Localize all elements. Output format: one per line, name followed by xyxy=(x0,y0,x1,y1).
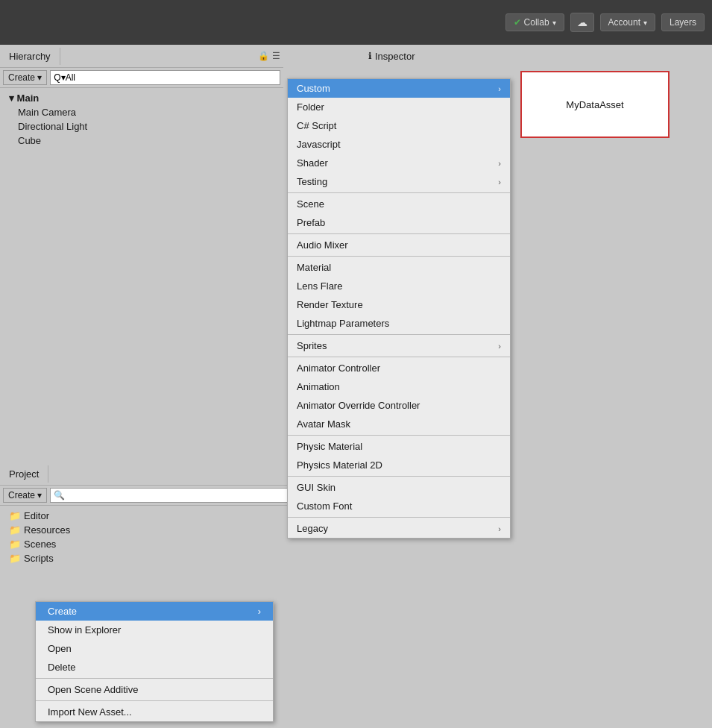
hierarchy-create-dropdown[interactable]: Create ▾ xyxy=(3,70,47,85)
create-menu-item-shader[interactable]: Shader › xyxy=(288,154,510,172)
context-menu-item-label: Delete xyxy=(48,662,76,673)
project-create-label: Create ▾ xyxy=(8,490,42,501)
collab-dropdown-icon: ▾ xyxy=(552,19,556,27)
hierarchy-item-maincamera[interactable]: Main Camera xyxy=(6,105,277,119)
create-menu-item-label: Audio Mixer xyxy=(297,239,348,251)
inspector-tab[interactable]: ℹ Inspector xyxy=(358,45,425,67)
top-bar: ✔ Collab ▾ ☁ Account ▾ Layers xyxy=(0,0,712,45)
create-menu-separator-7 xyxy=(288,476,510,477)
create-menu-item-label: Legacy xyxy=(297,523,328,534)
context-menu-item-import-new-asset[interactable]: Import New Asset... xyxy=(36,703,273,721)
menu-icon[interactable]: ☰ xyxy=(272,51,280,61)
context-menu-item-open[interactable]: Open xyxy=(36,639,273,658)
project-tab[interactable]: Project xyxy=(0,465,48,483)
create-menu-item-prefab[interactable]: Prefab xyxy=(288,213,510,232)
project-tab-label: Project xyxy=(9,468,39,480)
create-menu-item-javascript[interactable]: Javascript xyxy=(288,135,510,154)
account-button[interactable]: Account ▾ xyxy=(600,13,655,31)
create-menu-item-animation[interactable]: Animation xyxy=(288,377,510,396)
create-menu-item-label: Physic Material xyxy=(297,441,362,452)
lock-icon[interactable]: 🔒 xyxy=(258,51,269,61)
hierarchy-item-label: Directional Light xyxy=(18,121,87,132)
create-menu-item-custom-font[interactable]: Custom Font xyxy=(288,497,510,515)
inspector-tab-bar: ℹ Inspector xyxy=(358,45,712,67)
hierarchy-item-cube[interactable]: Cube xyxy=(6,134,277,148)
project-item-label: Resources xyxy=(24,524,70,536)
create-menu-item-label: Javascript xyxy=(297,139,341,150)
hierarchy-tab[interactable]: Hierarchy xyxy=(0,48,60,65)
create-menu-item-gui-skin[interactable]: GUI Skin xyxy=(288,478,510,497)
create-menu-item-label: Lightmap Parameters xyxy=(297,318,389,329)
folder-icon: 📁 xyxy=(9,524,21,536)
inspector-tab-label: Inspector xyxy=(375,51,415,62)
context-menu-item-delete[interactable]: Delete xyxy=(36,658,273,677)
context-menu: Create › Show in Explorer Open Delete Op… xyxy=(35,601,274,722)
create-menu-separator-5 xyxy=(288,357,510,357)
hierarchy-item-main[interactable]: ▾ Main xyxy=(6,91,277,105)
create-menu-item-label: Physics Material 2D xyxy=(297,459,382,471)
folder-icon: 📁 xyxy=(9,510,21,521)
create-menu-item-label: Folder xyxy=(297,101,324,113)
create-menu-item-legacy[interactable]: Legacy › xyxy=(288,519,510,538)
context-menu-item-label: Create xyxy=(48,606,77,617)
layers-label: Layers xyxy=(670,17,696,28)
context-menu-item-open-scene-additive[interactable]: Open Scene Additive xyxy=(36,680,273,699)
create-menu-item-csharp[interactable]: C# Script xyxy=(288,116,510,135)
create-menu-item-sprites[interactable]: Sprites › xyxy=(288,336,510,355)
cloud-button[interactable]: ☁ xyxy=(570,13,594,32)
create-menu-separator-4 xyxy=(288,334,510,335)
hierarchy-panel: Hierarchy 🔒 ☰ Create ▾ ▾ Main Main Camer… xyxy=(0,45,283,462)
create-menu-item-label: Animator Controller xyxy=(297,363,380,374)
create-menu-item-physics-material-2d[interactable]: Physics Material 2D xyxy=(288,456,510,474)
chevron-right-icon: › xyxy=(498,342,501,351)
create-menu-item-label: Scene xyxy=(297,198,324,210)
create-menu-item-label: Custom xyxy=(297,83,330,94)
context-menu-item-label: Open Scene Additive xyxy=(48,684,138,695)
create-menu-item-custom[interactable]: Custom › xyxy=(288,79,510,98)
hierarchy-item-directionallight[interactable]: Directional Light xyxy=(6,119,277,134)
create-menu-item-physic-material[interactable]: Physic Material xyxy=(288,437,510,456)
chevron-right-icon: › xyxy=(498,524,501,533)
hierarchy-search-input[interactable] xyxy=(50,70,280,85)
context-menu-item-create[interactable]: Create › xyxy=(36,602,273,621)
create-menu-item-avatar-mask[interactable]: Avatar Mask xyxy=(288,415,510,433)
hierarchy-item-label: ▾ Main xyxy=(9,92,39,104)
hierarchy-tab-bar: Hierarchy 🔒 ☰ xyxy=(0,45,283,67)
create-menu-item-audio-mixer[interactable]: Audio Mixer xyxy=(288,236,510,254)
create-menu-separator-6 xyxy=(288,435,510,436)
check-icon: ✔ xyxy=(514,17,521,28)
hierarchy-item-label: Main Camera xyxy=(18,107,76,118)
project-item-label: Scenes xyxy=(24,539,56,550)
create-menu-item-lightmap-parameters[interactable]: Lightmap Parameters xyxy=(288,314,510,333)
hierarchy-toolbar: Create ▾ xyxy=(0,67,283,88)
create-menu-separator-1 xyxy=(288,192,510,193)
project-item-scenes[interactable]: 📁 Scenes xyxy=(6,537,352,551)
collab-button[interactable]: ✔ Collab ▾ xyxy=(505,13,564,31)
create-menu-item-label: Testing xyxy=(297,176,327,187)
project-item-scripts[interactable]: 📁 Scripts xyxy=(6,551,352,565)
folder-icon: 📁 xyxy=(9,553,21,564)
create-menu-separator-8 xyxy=(288,517,510,518)
create-menu-item-lens-flare[interactable]: Lens Flare xyxy=(288,277,510,295)
hierarchy-create-label: Create ▾ xyxy=(8,72,42,83)
create-menu-item-render-texture[interactable]: Render Texture xyxy=(288,295,510,314)
context-menu-separator-2 xyxy=(36,700,273,701)
account-dropdown-icon: ▾ xyxy=(643,19,647,27)
create-menu-item-label: Custom Font xyxy=(297,501,352,512)
create-menu-item-animator-override[interactable]: Animator Override Controller xyxy=(288,396,510,415)
create-menu-item-label: C# Script xyxy=(297,120,336,131)
project-create-dropdown[interactable]: Create ▾ xyxy=(3,488,47,503)
create-menu-item-label: GUI Skin xyxy=(297,482,335,493)
create-menu-item-label: Material xyxy=(297,262,331,273)
create-menu-item-material[interactable]: Material xyxy=(288,258,510,277)
cloud-icon: ☁ xyxy=(577,16,587,28)
hierarchy-tab-label: Hierarchy xyxy=(9,51,51,62)
context-menu-item-show-in-explorer[interactable]: Show in Explorer xyxy=(36,621,273,639)
layers-button[interactable]: Layers xyxy=(661,13,705,31)
create-menu-item-testing[interactable]: Testing › xyxy=(288,172,510,191)
create-menu-item-scene[interactable]: Scene xyxy=(288,195,510,213)
create-menu-item-folder[interactable]: Folder xyxy=(288,98,510,116)
hierarchy-item-label: Cube xyxy=(18,135,41,146)
create-menu-item-animator-controller[interactable]: Animator Controller xyxy=(288,359,510,377)
chevron-right-icon: › xyxy=(498,159,501,168)
